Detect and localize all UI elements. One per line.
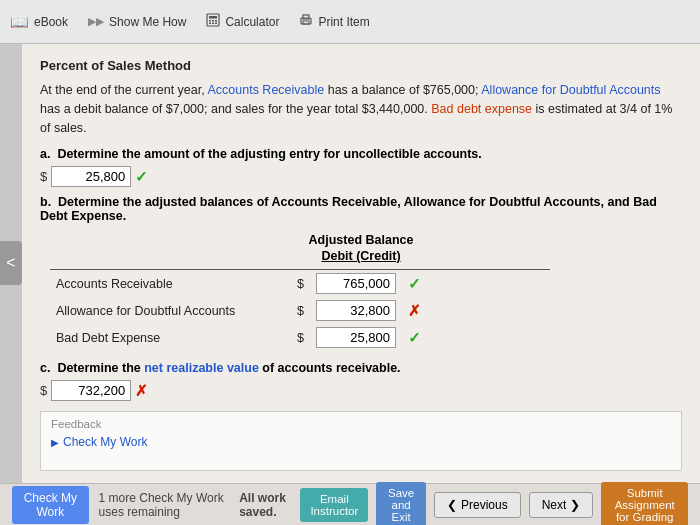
bottom-right: Email Instructor Save and Exit ❮ Previou… <box>300 482 688 526</box>
table-section: Adjusted Balance Debit (Credit) Accounts… <box>40 233 682 351</box>
show-me-how-label: Show Me How <box>109 15 186 29</box>
svg-rect-10 <box>303 21 309 24</box>
row2-value-input[interactable] <box>316 300 396 321</box>
allowance-link: Allowance for Doubtful Accounts <box>481 83 660 97</box>
svg-rect-7 <box>215 23 217 25</box>
saved-text: All work saved. <box>239 491 300 519</box>
part-c-row: $ ✗ <box>40 380 682 401</box>
row2-input[interactable] <box>310 297 402 324</box>
svg-rect-6 <box>212 23 214 25</box>
feedback-label: Feedback <box>51 418 671 430</box>
svg-rect-1 <box>209 16 217 19</box>
previous-label: Previous <box>461 498 508 512</box>
calculator-icon <box>206 13 220 30</box>
part-c-input[interactable] <box>51 380 131 401</box>
row3-label: Bad Debt Expense <box>50 324 290 351</box>
ebook-btn[interactable]: 📖 eBook <box>10 13 68 31</box>
row1-label: Accounts Receivable <box>50 270 290 298</box>
print-icon <box>299 13 313 30</box>
print-item-label: Print Item <box>318 15 369 29</box>
show-me-icon: ▶▶ <box>88 15 104 28</box>
print-item-btn[interactable]: Print Item <box>299 13 369 30</box>
section-title: Percent of Sales Method <box>40 58 682 73</box>
row1-status: ✓ <box>402 270 550 298</box>
table-row: Allowance for Doubtful Accounts $ ✗ <box>50 297 550 324</box>
bottom-bar: Check My Work 1 more Check My Work uses … <box>0 483 700 525</box>
part-a-dollar: $ <box>40 169 47 184</box>
left-arrow-icon: < <box>6 254 15 272</box>
bottom-left: Check My Work 1 more Check My Work uses … <box>12 486 239 524</box>
row2-status: ✗ <box>402 297 550 324</box>
table-subheader: Debit (Credit) <box>40 249 682 263</box>
row3-value-input[interactable] <box>316 327 396 348</box>
row2-dollar: $ <box>290 297 310 324</box>
part-c-dollar: $ <box>40 383 47 398</box>
part-c-cross: ✗ <box>135 382 148 400</box>
next-label: Next <box>542 498 567 512</box>
calculator-label: Calculator <box>225 15 279 29</box>
ar-link: Accounts Receivable <box>207 83 324 97</box>
submit-assignment-btn[interactable]: Submit Assignment for Grading <box>601 482 688 526</box>
next-btn[interactable]: Next ❯ <box>529 492 594 518</box>
check-my-work-link[interactable]: Check My Work <box>51 435 671 449</box>
table-row: Accounts Receivable $ ✓ <box>50 270 550 298</box>
row3-dollar: $ <box>290 324 310 351</box>
prev-arrow-icon: ❮ <box>447 498 457 512</box>
svg-rect-2 <box>209 20 211 22</box>
ebook-label: eBook <box>34 15 68 29</box>
svg-rect-5 <box>209 23 211 25</box>
part-a-checkmark: ✓ <box>135 168 148 186</box>
next-arrow-icon: ❯ <box>570 498 580 512</box>
feedback-area: Feedback Check My Work <box>40 411 682 471</box>
part-b-label: b. Determine the adjusted balances of Ac… <box>40 195 682 223</box>
bad-debt-link: Bad debt expense <box>431 102 532 116</box>
check-my-work-btn[interactable]: Check My Work <box>12 486 89 524</box>
left-nav-btn[interactable]: < <box>0 241 22 285</box>
adjusted-balance-table: Accounts Receivable $ ✓ Allowance for Do… <box>50 269 550 351</box>
calculator-btn[interactable]: Calculator <box>206 13 279 30</box>
part-c-label: c. Determine the net realizable value of… <box>40 361 682 375</box>
nrv-link: net realizable value <box>144 361 259 375</box>
ebook-icon: 📖 <box>10 13 29 31</box>
row3-status: ✓ <box>402 324 550 351</box>
part-a-input[interactable] <box>51 166 131 187</box>
remaining-text: 1 more Check My Work uses remaining <box>99 491 240 519</box>
main-content: Percent of Sales Method At the end of th… <box>22 44 700 483</box>
row1-dollar: $ <box>290 270 310 298</box>
save-and-exit-btn[interactable]: Save and Exit <box>376 482 426 526</box>
table-row: Bad Debt Expense $ ✓ <box>50 324 550 351</box>
row3-input[interactable] <box>310 324 402 351</box>
check-my-work-text: Check My Work <box>63 435 147 449</box>
previous-btn[interactable]: ❮ Previous <box>434 492 521 518</box>
part-a-row: $ ✓ <box>40 166 682 187</box>
svg-rect-4 <box>215 20 217 22</box>
row1-value-input[interactable] <box>316 273 396 294</box>
description-text: At the end of the current year, Accounts… <box>40 81 682 137</box>
row1-input[interactable] <box>310 270 402 298</box>
email-instructor-btn[interactable]: Email Instructor <box>300 488 368 522</box>
svg-rect-3 <box>212 20 214 22</box>
part-a-label: a. Determine the amount of the adjusting… <box>40 147 682 161</box>
row2-label: Allowance for Doubtful Accounts <box>50 297 290 324</box>
table-header: Adjusted Balance <box>40 233 682 247</box>
show-me-how-btn[interactable]: ▶▶ Show Me How <box>88 15 186 29</box>
toolbar: 📖 eBook ▶▶ Show Me How Calculator <box>0 0 700 44</box>
part-c-section: c. Determine the net realizable value of… <box>40 361 682 401</box>
